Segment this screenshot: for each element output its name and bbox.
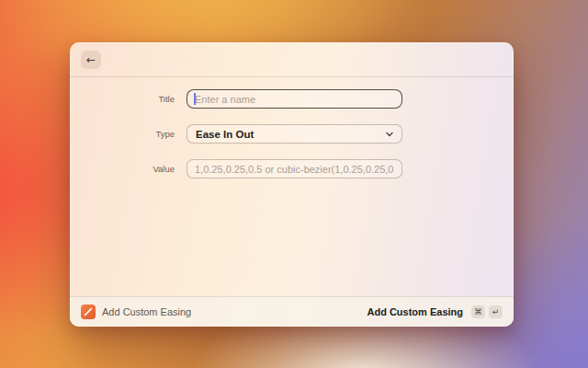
value-label: Value [70, 164, 175, 174]
chevron-down-icon [386, 131, 393, 138]
title-input-wrap [187, 89, 402, 109]
window-header: ← [70, 42, 514, 77]
back-arrow-icon: ← [86, 51, 96, 69]
primary-action-button[interactable]: Add Custom Easing ⌘ ↵ [367, 305, 503, 318]
back-button[interactable]: ← [81, 51, 101, 69]
footer-command-info: Add Custom Easing [81, 305, 191, 319]
easing-command-icon [81, 305, 96, 319]
value-input[interactable] [187, 159, 402, 178]
easing-form: Title Type Ease In Out Value [70, 77, 514, 178]
title-label: Title [70, 94, 175, 104]
form-row-title: Title [70, 89, 514, 109]
command-key-icon: ⌘ [471, 305, 485, 318]
window-footer: Add Custom Easing Add Custom Easing ⌘ ↵ [70, 296, 514, 327]
add-custom-easing-window: ← Title Type Ease In Out [70, 42, 514, 327]
form-row-type: Type Ease In Out [70, 124, 514, 144]
footer-command-name: Add Custom Easing [102, 306, 191, 317]
type-dropdown-value: Ease In Out [196, 129, 254, 140]
value-input-wrap [187, 159, 402, 178]
return-key-icon: ↵ [489, 305, 503, 318]
type-dropdown[interactable]: Ease In Out [187, 124, 402, 144]
title-input[interactable] [187, 89, 402, 109]
type-label: Type [70, 129, 175, 139]
form-row-value: Value [70, 159, 514, 178]
desktop-background: ← Title Type Ease In Out [0, 0, 588, 368]
primary-action-label: Add Custom Easing [367, 306, 463, 317]
